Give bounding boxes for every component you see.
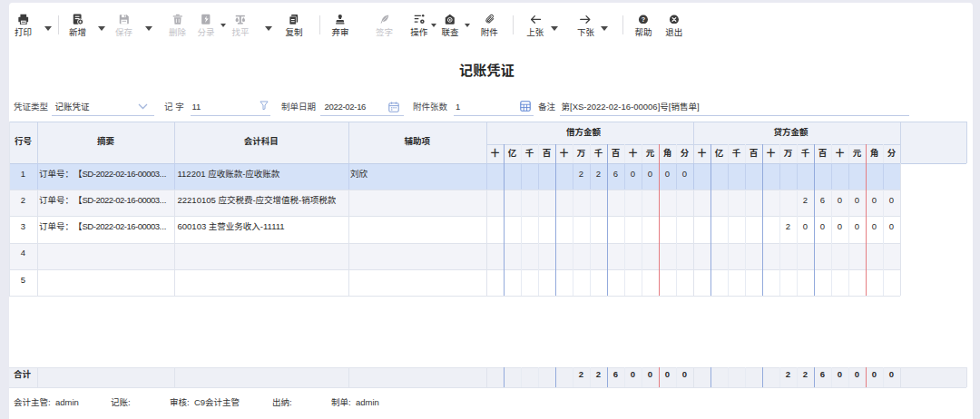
svg-text:?: ? (642, 16, 645, 24)
